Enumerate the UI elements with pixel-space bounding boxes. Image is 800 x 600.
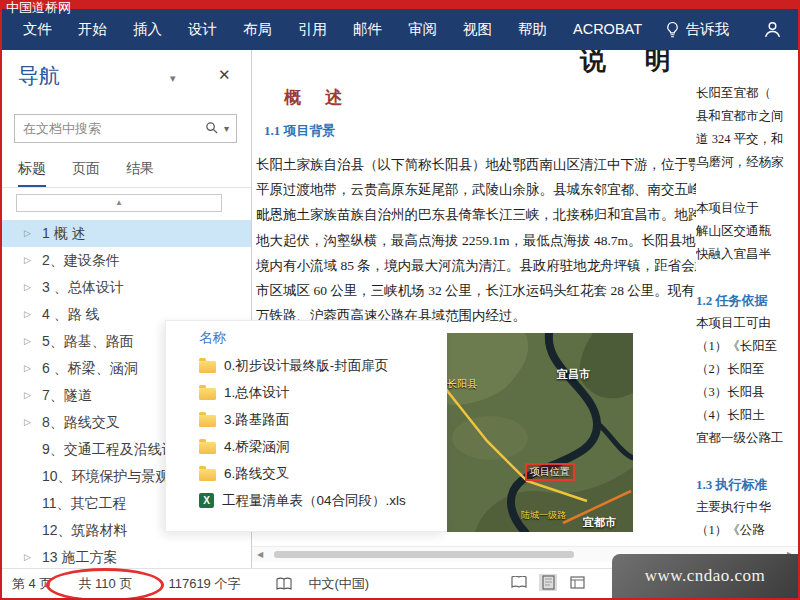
- expand-arrow-icon[interactable]: ▷: [24, 301, 31, 328]
- nav-item-label: 6 、桥梁、涵洞: [42, 360, 138, 376]
- file-row[interactable]: 工程量清单表（04合同段）.xls: [166, 487, 447, 514]
- map-label: 长阳县: [447, 377, 477, 391]
- right-col-line: 长阳至宜都（: [696, 82, 800, 105]
- document-title: 说 明: [580, 50, 687, 78]
- file-name: 4.桥梁涵洞: [224, 438, 289, 456]
- folder-icon: [199, 388, 216, 400]
- nav-item-label: 3 、总体设计: [42, 279, 124, 295]
- nav-item[interactable]: ▷13 施工方案: [2, 544, 251, 570]
- word-count[interactable]: 117619 个字: [168, 575, 240, 593]
- file-row[interactable]: 3.路基路面: [166, 406, 447, 433]
- search-icons: ▾: [205, 120, 236, 138]
- ribbon-tab[interactable]: ACROBAT: [560, 9, 655, 50]
- ribbon-bar: 文件开始插入设计布局引用邮件审阅视图帮助ACROBAT 告诉我: [2, 9, 798, 50]
- doc-text-line: 地大起伏，沟壑纵横，最高点海拔 2259.1m，最低点海拔 48.7m。长阳县地…: [256, 228, 696, 253]
- right-col-line: 道 324 平交，和: [696, 128, 800, 151]
- folder-icon: [199, 442, 216, 454]
- ribbon-tab[interactable]: 开始: [65, 9, 120, 50]
- lightbulb-icon: [665, 21, 680, 39]
- nav-tab[interactable]: 结果: [126, 156, 154, 187]
- ribbon-tab[interactable]: 插入: [120, 9, 175, 50]
- expand-arrow-icon[interactable]: ▷: [24, 220, 31, 247]
- map-label: 项目位置: [525, 463, 575, 481]
- right-col-line: 1.2 任务依据: [696, 289, 800, 312]
- site-watermark-bottom: www.cndao.com: [612, 554, 798, 598]
- read-mode-icon[interactable]: [510, 574, 528, 591]
- file-row[interactable]: 4.桥梁涵洞: [166, 433, 447, 460]
- file-name: 6.路线交叉: [224, 465, 289, 483]
- doc-text-line: 市区城区 60 公里，三峡机场 32 公里，长江水运码头红花套 28 公里。现有…: [256, 278, 696, 303]
- view-switcher: [510, 574, 586, 591]
- ribbon-tab[interactable]: 引用: [285, 9, 340, 50]
- print-layout-icon[interactable]: [539, 574, 557, 591]
- file-row[interactable]: 1.总体设计: [166, 379, 447, 406]
- ribbon-tab[interactable]: 帮助: [505, 9, 560, 50]
- nav-options-dropdown-icon[interactable]: ▾: [170, 72, 176, 85]
- ribbon-tab[interactable]: 视图: [450, 9, 505, 50]
- popup-rows: 0.初步设计最终版-封面扉页1.总体设计3.路基路面4.桥梁涵洞6.路线交叉工程…: [166, 352, 447, 514]
- ribbon-tab[interactable]: 布局: [230, 9, 285, 50]
- total-pages[interactable]: 共 110 页: [78, 575, 132, 593]
- ribbon-tab[interactable]: 设计: [175, 9, 230, 50]
- file-row[interactable]: 6.路线交叉: [166, 460, 447, 487]
- right-col-line: [696, 450, 800, 473]
- tell-me-button[interactable]: 告诉我: [665, 20, 730, 39]
- file-list-popup: 名称 0.初步设计最终版-封面扉页1.总体设计3.路基路面4.桥梁涵洞6.路线交…: [165, 320, 447, 532]
- folder-icon: [199, 415, 216, 427]
- close-icon[interactable]: ✕: [218, 66, 231, 84]
- ribbon-tab[interactable]: 审阅: [395, 9, 450, 50]
- folder-icon: [199, 361, 216, 373]
- page-indicator[interactable]: 第 4 页: [12, 575, 52, 593]
- doc-text-line: 长阳土家族自治县（以下简称长阳县）地处鄂西南山区清江中下游，位于鄂西南山地向江: [256, 152, 696, 177]
- expand-arrow-icon[interactable]: ▷: [24, 409, 31, 436]
- ribbon-tab[interactable]: 邮件: [340, 9, 395, 50]
- jump-to-top-button[interactable]: ▲: [16, 194, 222, 212]
- search-dropdown-icon[interactable]: ▾: [224, 123, 229, 134]
- doc-text-line: 平原过渡地带，云贵高原东延尾部，武陵山余脉。县城东邻宜都、南交五峰土家族自治县，: [256, 177, 696, 202]
- map-label: 宜都市: [583, 515, 616, 530]
- expand-arrow-icon[interactable]: ▷: [24, 247, 31, 274]
- right-col-line: 1.3 执行标准: [696, 473, 800, 496]
- file-name: 3.路基路面: [224, 411, 289, 429]
- right-col-line: （3）长阳县: [696, 381, 800, 404]
- nav-item-label: 7、隧道: [42, 387, 92, 403]
- scrollbar-thumb[interactable]: [274, 551, 574, 558]
- ribbon-tabs: 文件开始插入设计布局引用邮件审阅视图帮助ACROBAT: [2, 9, 655, 50]
- web-layout-icon[interactable]: [568, 574, 586, 591]
- chapter-heading: 概 述: [284, 86, 352, 109]
- nav-item[interactable]: ▷1 概 述: [2, 220, 251, 247]
- right-col-line: （1）《公路: [696, 519, 800, 542]
- right-col-line: 县和宜都市之间: [696, 105, 800, 128]
- right-col-line: 主要执行中华: [696, 496, 800, 519]
- language-indicator[interactable]: 中文(中国): [308, 575, 369, 593]
- search-icon[interactable]: [205, 120, 218, 138]
- expand-arrow-icon[interactable]: ▷: [24, 355, 31, 382]
- nav-item[interactable]: ▷3 、总体设计: [2, 274, 251, 301]
- right-col-line: [696, 174, 800, 197]
- nav-tab[interactable]: 页面: [72, 156, 100, 187]
- excel-icon: [199, 493, 214, 508]
- nav-item-label: 5、路基、路面: [42, 333, 134, 349]
- expand-arrow-icon[interactable]: ▷: [24, 328, 31, 355]
- proofing-icon[interactable]: [276, 577, 292, 591]
- expand-arrow-icon[interactable]: ▷: [24, 274, 31, 301]
- map-terrain: [445, 333, 633, 532]
- expand-arrow-icon[interactable]: ▷: [24, 382, 31, 409]
- nav-tab[interactable]: 标题: [18, 156, 46, 187]
- name-column-header[interactable]: 名称: [199, 329, 447, 347]
- tell-me-label: 告诉我: [686, 20, 730, 39]
- doc-text-line: 毗恩施土家族苗族自治州的巴东县倚靠长江三峡，北接秭归和宜昌市。地跨东经，北纬，山: [256, 202, 696, 227]
- search-input[interactable]: [15, 121, 205, 136]
- nav-item[interactable]: ▷2、建设条件: [2, 247, 251, 274]
- right-col-line: [696, 266, 800, 289]
- file-row[interactable]: 0.初步设计最终版-封面扉页: [166, 352, 447, 379]
- right-col-line: （2）长阳至: [696, 358, 800, 381]
- expand-arrow-icon[interactable]: ▷: [24, 544, 31, 570]
- account-icon[interactable]: [763, 20, 782, 39]
- nav-item-label: 1 概 述: [42, 225, 86, 241]
- top-red-strip: [2, 0, 798, 9]
- scroll-left-icon[interactable]: ◀: [252, 550, 268, 559]
- right-col-line: 解山区交通瓶: [696, 220, 800, 243]
- nav-search-box: ▾: [14, 114, 237, 143]
- right-col-line: （1）《长阳至: [696, 335, 800, 358]
